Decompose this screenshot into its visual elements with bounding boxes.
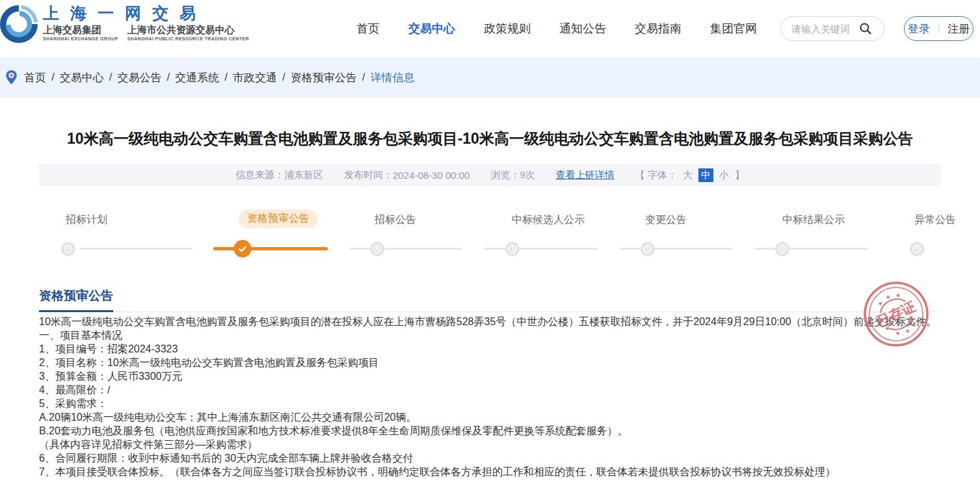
meta-source-label: 信息来源： <box>235 169 284 181</box>
logo-center-cn: 上海市公共资源交易中心 <box>127 24 249 35</box>
clock-icon <box>505 242 520 259</box>
font-size-small-button[interactable]: 小 <box>719 169 729 181</box>
body-paragraph: 1、项目编号：招案2024-3323 <box>39 342 941 356</box>
body-paragraph: 6、合同履行期限：收到中标通知书后的 30天内完成全部车辆上牌并验收合格交付 <box>39 451 941 465</box>
font-size-medium-button[interactable]: 中 <box>698 168 713 182</box>
clock-icon <box>775 242 789 259</box>
step-label[interactable]: 中标候选人公示 <box>512 213 585 227</box>
login-button[interactable]: 登录 <box>908 21 930 36</box>
breadcrumb-separator: / <box>362 71 365 84</box>
page-title: 10米高一级纯电动公交车购置含电池购置及服务包采购项目-10米高一级纯电动公交车… <box>38 127 942 150</box>
meta-source: 信息来源： 浦东新区 <box>235 169 323 181</box>
breadcrumb-trading-center[interactable]: 交易中心 <box>60 70 104 85</box>
step-connector <box>349 248 462 250</box>
breadcrumb: 首页 / 交易中心 / 交易公告 / 交通系统 / 市政交通 / 资格预审公告 … <box>24 70 414 85</box>
meta-time-value: 2024-08-30 00:00 <box>393 170 470 181</box>
logo-swirl-icon <box>0 5 38 46</box>
announcement-body: 10米高一级纯电动公交车购置含电池购置及服务包采购项目的潜在投标人应在上海市曹杨… <box>39 315 941 479</box>
meta-time-label: 发布时间： <box>344 169 393 181</box>
step-label[interactable]: 招标计划 <box>66 213 107 227</box>
body-paragraph: 4、最高限价：/ <box>39 383 941 397</box>
step-connector <box>620 248 733 250</box>
section-title: 资格预审公告 <box>39 287 113 312</box>
meta-views-value: 9次 <box>520 169 535 181</box>
font-control-suffix: 】 <box>735 169 745 181</box>
breadcrumb-home[interactable]: 首页 <box>24 70 46 85</box>
clock-icon <box>641 242 655 259</box>
meta-publish-time: 发布时间： 2024-08-30 00:00 <box>344 169 470 181</box>
breadcrumb-trade-notices[interactable]: 交易公告 <box>117 70 161 85</box>
nav-item-policy-rules[interactable]: 政策规则 <box>484 21 531 36</box>
breadcrumb-prequalification[interactable]: 资格预审公告 <box>291 70 357 85</box>
breadcrumb-separator: / <box>282 71 285 84</box>
breadcrumb-separator: / <box>109 71 113 84</box>
body-paragraph: 一、项目基本情况 <box>39 328 941 342</box>
auth-buttons: 登录 ｜ 注册 <box>904 16 973 41</box>
announcement-content: 资格预审公告 10米高一级纯电动公交车购置含电池购置及服务包采购项目的潜在投标人… <box>39 287 941 479</box>
step-label-active[interactable]: 资格预审公告 <box>239 209 318 228</box>
nav-item-trading-guide[interactable]: 交易指南 <box>635 21 682 36</box>
body-paragraph: 7、本项目接受联合体投标。（联合体各方之间应当签订联合投标协议书，明确约定联合体… <box>39 465 941 479</box>
nav-item-group-site[interactable]: 集团官网 <box>710 21 757 36</box>
body-paragraph: A.20辆10米高一级纯电动公交车；其中上海浦东新区南汇公共交通有限公司20辆。 <box>39 410 941 424</box>
logo-group-en: SHANGHAI EXCHANGE GROUP <box>43 36 118 41</box>
breadcrumb-detail[interactable]: 详情信息 <box>370 70 414 85</box>
section-header: 资格预审公告 <box>39 287 941 312</box>
announcement-stepper: 招标计划 资格预审公告 招标公告 中标候选人公示 变更公告 中标结果公示 <box>39 208 941 261</box>
breadcrumb-municipal-transport[interactable]: 市政交通 <box>233 70 277 85</box>
body-paragraph: 2、项目名称：10米高一级纯电动公交车购置含电池购置及服务包采购项目 <box>39 356 941 369</box>
step-label[interactable]: 招标公告 <box>375 213 416 227</box>
body-paragraph: 10米高一级纯电动公交车购置含电池购置及服务包采购项目的潜在投标人应在上海市曹杨… <box>39 315 941 328</box>
step-connector <box>79 248 192 250</box>
meta-views: 浏览： 9次 <box>490 169 535 181</box>
nav-item-trading-center[interactable]: 交易中心 <box>408 21 455 36</box>
step-connector <box>755 248 868 250</box>
search-box[interactable] <box>780 16 884 41</box>
breadcrumb-separator: / <box>224 71 228 84</box>
search-icon[interactable] <box>859 22 872 35</box>
breadcrumb-transport-system[interactable]: 交通系统 <box>175 70 219 85</box>
logo-center-en: SHANGHAI PUBLIC RESOURCE TRADING CENTER <box>127 36 249 41</box>
meta-views-label: 浏览： <box>490 169 520 181</box>
body-paragraph: B.20套动力电池及服务包（电池供应商按国家和地方技术标准要求提供8年全生命周期… <box>39 424 941 438</box>
step-label[interactable]: 异常公告 <box>914 213 956 227</box>
logo-title: 上海一网交易 <box>43 4 207 22</box>
body-paragraph: 3、预算金额：人民币3300万元 <box>39 369 941 383</box>
view-chain-details-link[interactable]: 查看上链详情 <box>556 169 615 181</box>
body-paragraph: （具体内容详见招标文件第三部分—采购需求） <box>39 438 941 451</box>
breadcrumb-separator: / <box>166 71 170 84</box>
register-button[interactable]: 注册 <box>947 21 970 36</box>
font-size-control: 【 字体： 大 中 小 】 <box>635 168 745 182</box>
clock-icon <box>61 242 75 259</box>
nav-item-notices[interactable]: 通知公告 <box>559 21 606 36</box>
font-control-prefix: 【 字体： <box>635 169 677 181</box>
location-pin-icon <box>5 69 18 86</box>
clock-icon <box>910 242 924 259</box>
step-label[interactable]: 中标结果公示 <box>782 213 845 227</box>
main-nav: 首页 交易中心 政策规则 通知公告 交易指南 集团官网 <box>356 0 757 57</box>
step-label[interactable]: 变更公告 <box>645 213 687 227</box>
step-connector <box>484 248 598 250</box>
site-header: 上海一网交易 上海交易集团 SHANGHAI EXCHANGE GROUP 上海… <box>0 0 980 57</box>
auth-separator: ｜ <box>934 23 944 34</box>
font-size-large-button[interactable]: 大 <box>683 169 693 181</box>
nav-item-home[interactable]: 首页 <box>356 21 380 36</box>
search-input[interactable] <box>791 23 859 34</box>
check-icon <box>234 242 252 258</box>
article-meta-bar: 信息来源： 浦东新区 发布时间： 2024-08-30 00:00 浏览： 9次… <box>39 164 941 186</box>
logo-group-cn: 上海交易集团 <box>43 24 118 35</box>
step-connector-done <box>213 247 328 250</box>
site-logo[interactable]: 上海一网交易 上海交易集团 SHANGHAI EXCHANGE GROUP 上海… <box>0 3 235 46</box>
clock-icon <box>370 242 384 259</box>
meta-source-value: 浦东新区 <box>284 169 323 181</box>
body-paragraph: 5、采购需求： <box>39 397 941 410</box>
breadcrumb-separator: / <box>51 71 55 84</box>
breadcrumb-bar: 首页 / 交易中心 / 交易公告 / 交通系统 / 市政交通 / 资格预审公告 … <box>0 57 980 98</box>
